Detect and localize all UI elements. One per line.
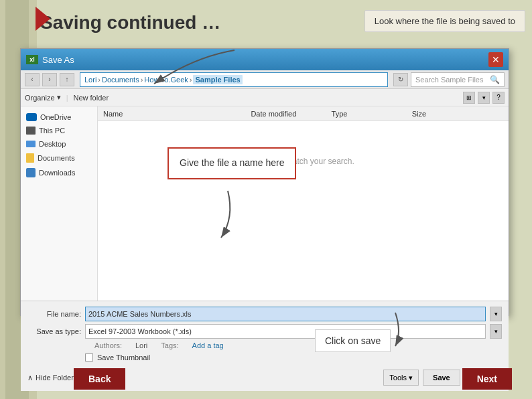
col-size: Size	[412, 110, 479, 118]
search-placeholder: Search Sample Files	[415, 76, 484, 84]
saveastype-input[interactable]: Excel 97-2003 Workbook (*.xls)	[85, 324, 486, 339]
saveastype-label: Save as type:	[27, 327, 81, 335]
thumbnail-row: Save Thumbnail	[27, 353, 502, 362]
filelist-header: Name Date modified Type Size	[98, 106, 509, 121]
save-button[interactable]: Save	[423, 370, 460, 386]
toolbar-separator: |	[66, 94, 68, 102]
search-box[interactable]: Search Sample Files 🔍	[411, 72, 505, 87]
hide-folders-button[interactable]: ∧ Hide Folders	[27, 374, 77, 382]
dialog-secondary-toolbar: Organize ▾ | New folder ⊞ ▾ ?	[21, 89, 509, 106]
tools-button[interactable]: Tools ▾	[383, 370, 419, 386]
dialog-sidebar: OneDrive This PC Desktop Documents Downl…	[21, 106, 98, 301]
tools-chevron-icon: ▾	[409, 374, 413, 382]
documents-icon	[26, 153, 34, 163]
organize-chevron-icon: ▾	[57, 93, 61, 102]
sidebar-item-downloads[interactable]: Downloads	[21, 165, 97, 180]
nav-refresh-button[interactable]: ↻	[393, 73, 408, 86]
sidebar-label-onedrive: OneDrive	[40, 113, 71, 121]
filename-dropdown[interactable]: ▾	[490, 307, 502, 321]
tags-value: Add a tag	[192, 341, 224, 349]
dialog-close-button[interactable]: ✕	[488, 52, 503, 67]
col-type: Type	[332, 110, 399, 118]
saveastype-row: Save as type: Excel 97-2003 Workbook (*.…	[27, 324, 502, 339]
col-name: Name	[103, 110, 237, 118]
save-as-dialog: xl Save As ✕ ‹ › ↑ Lori › Documents › Ho…	[20, 48, 509, 316]
give-name-callout: Give the file a name here	[168, 147, 296, 179]
filename-arrow	[214, 191, 268, 247]
page-title: Saving continued …	[40, 12, 220, 33]
back-button[interactable]: Back	[74, 368, 125, 390]
address-part-documents: Documents	[102, 76, 139, 84]
next-button[interactable]: Next	[462, 368, 512, 390]
onedrive-icon	[26, 113, 37, 121]
thispc-icon	[26, 127, 36, 135]
sidebar-label-documents: Documents	[38, 154, 75, 162]
authors-label: Authors:	[94, 341, 122, 349]
thumbnail-checkbox[interactable]	[85, 353, 93, 362]
look-callout: Look where the file is being saved to	[364, 10, 525, 32]
authors-value: Lori	[135, 341, 147, 349]
desktop-icon	[26, 141, 36, 147]
dialog-nav-toolbar: ‹ › ↑ Lori › Documents › How.To.Geek › S…	[21, 70, 509, 89]
help-icon[interactable]: ?	[492, 92, 505, 104]
sidebar-item-documents[interactable]: Documents	[21, 151, 97, 165]
hide-folders-arrow: ∧	[27, 374, 33, 382]
downloads-icon	[26, 168, 36, 177]
col-date: Date modified	[251, 110, 318, 118]
sidebar-item-onedrive[interactable]: OneDrive	[21, 110, 97, 124]
view-buttons: ⊞ ▾ ?	[463, 92, 505, 104]
dialog-filelist[interactable]: Name Date modified Type Size No items ma…	[98, 106, 509, 301]
dialog-title: Save As	[42, 55, 488, 65]
filename-row: File name: 2015 ACME Sales Numbers.xls ▾	[27, 307, 502, 321]
dialog-titlebar: xl Save As ✕	[21, 49, 509, 70]
nav-back-button[interactable]: ‹	[25, 73, 40, 86]
saveastype-dropdown[interactable]: ▾	[490, 324, 502, 339]
meta-row: Authors: Lori Tags: Add a tag	[27, 341, 502, 349]
sidebar-label-desktop: Desktop	[39, 140, 66, 148]
sidebar-label-thispc: This PC	[39, 127, 65, 135]
filelist-empty-message: No items match your search.	[98, 121, 509, 202]
title-red-arrow	[36, 7, 50, 31]
sidebar-item-thispc[interactable]: This PC	[21, 124, 97, 137]
filename-label: File name:	[27, 310, 81, 318]
view-icon-grid[interactable]: ⊞	[463, 92, 475, 104]
view-icon-menu[interactable]: ▾	[478, 92, 490, 104]
address-part-lori: Lori	[84, 76, 96, 84]
address-arrow	[141, 50, 241, 93]
sidebar-item-desktop[interactable]: Desktop	[21, 137, 97, 151]
click-save-callout: Click on save	[315, 329, 391, 352]
nav-up-button[interactable]: ↑	[60, 73, 74, 86]
dialog-app-icon: xl	[26, 55, 38, 64]
tags-label: Tags:	[161, 341, 178, 349]
thumbnail-label: Save Thumbnail	[97, 353, 150, 362]
filename-input[interactable]: 2015 ACME Sales Numbers.xls	[85, 307, 486, 321]
new-folder-button[interactable]: New folder	[74, 94, 109, 102]
sidebar-label-downloads: Downloads	[39, 169, 75, 177]
search-icon: 🔍	[490, 75, 500, 84]
organize-button[interactable]: Organize ▾	[25, 93, 61, 102]
nav-forward-button[interactable]: ›	[42, 73, 57, 86]
